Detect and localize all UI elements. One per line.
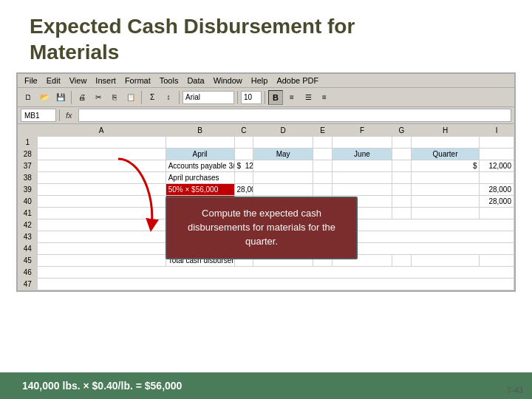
popup-annotation: Compute the expected cash disbursements … (166, 197, 358, 259)
table-row: 37 Accounts payable 3/31 $ 12,000 $ 12,0… (18, 160, 514, 172)
cell-37c[interactable]: $ 12,000 (234, 160, 253, 172)
cell-40a[interactable] (37, 196, 166, 208)
cell-28b-april[interactable]: April (166, 149, 234, 160)
cell-41h[interactable] (411, 208, 480, 219)
col-header-g[interactable]: G (392, 125, 412, 137)
toolbar-open[interactable]: 📂 (37, 90, 52, 105)
cell-37e[interactable] (313, 160, 332, 172)
cell-38f[interactable] (332, 172, 392, 184)
menu-format[interactable]: Format (121, 75, 154, 86)
cell-37i[interactable]: 12,000 (480, 160, 514, 172)
cell-28c[interactable] (234, 149, 253, 160)
cell-37b[interactable]: Accounts payable 3/31 (166, 160, 234, 172)
toolbar-paste[interactable]: 📋 (123, 90, 138, 105)
cell-39i[interactable]: 28,000 (480, 184, 514, 196)
cell-45g[interactable] (392, 255, 412, 267)
col-header-h[interactable]: H (411, 125, 480, 137)
toolbar-cut[interactable]: ✂ (91, 90, 106, 105)
cell-1d[interactable] (253, 137, 313, 149)
cell-reference-box[interactable] (21, 109, 56, 122)
menu-data[interactable]: Data (183, 75, 208, 86)
cell-38a[interactable] (37, 172, 166, 184)
sep3 (179, 91, 180, 104)
align-right-btn[interactable]: ≡ (317, 90, 332, 105)
cell-41a[interactable] (37, 208, 166, 219)
toolbar-sort[interactable]: ↕ (161, 90, 176, 105)
menu-window[interactable]: Window (210, 75, 246, 86)
font-size-input[interactable] (241, 91, 262, 104)
cell-1f[interactable] (332, 137, 392, 149)
cell-39g[interactable] (392, 184, 412, 196)
cell-38i[interactable] (480, 172, 514, 184)
menu-insert[interactable]: Insert (92, 75, 120, 86)
align-left-btn[interactable]: ≡ (284, 90, 299, 105)
cell-28i[interactable] (480, 149, 514, 160)
cell-28g[interactable] (392, 149, 412, 160)
excel-window: File Edit View Insert Format Tools Data … (16, 72, 516, 292)
cell-38g[interactable] (392, 172, 412, 184)
menu-adobepdf[interactable]: Adobe PDF (273, 75, 322, 86)
menu-tools[interactable]: Tools (156, 75, 183, 86)
cell-39b-highlight[interactable]: 50% × $56,000 (166, 184, 234, 196)
cell-41g[interactable] (392, 208, 412, 219)
cell-40g[interactable] (392, 196, 412, 208)
toolbar-print[interactable]: 🖨 (75, 90, 89, 105)
cell-38e[interactable] (313, 172, 332, 184)
col-header-row: A B C D E F G H I (18, 125, 514, 137)
col-header-c[interactable]: C (234, 125, 253, 137)
menu-file[interactable]: File (21, 75, 41, 86)
cell-28a[interactable] (37, 149, 166, 160)
col-header-b[interactable]: B (166, 125, 234, 137)
cell-1e[interactable] (313, 137, 332, 149)
cell-28d-may[interactable]: May (253, 149, 313, 160)
cell-1h[interactable] (411, 137, 480, 149)
cell-37f[interactable] (332, 160, 392, 172)
col-header-a[interactable]: A (37, 125, 166, 137)
cell-1g[interactable] (392, 137, 412, 149)
cell-38b[interactable]: April purchases (166, 172, 234, 184)
cell-38c[interactable] (234, 172, 253, 184)
cell-28h-quarter[interactable]: Quarter (411, 149, 480, 160)
col-header-e[interactable]: E (313, 125, 332, 137)
cell-1i[interactable] (480, 137, 514, 149)
cell-39a[interactable] (37, 184, 166, 196)
align-center-btn[interactable]: ☰ (301, 90, 316, 105)
cell-1b[interactable] (166, 137, 234, 149)
col-header-i[interactable]: I (480, 125, 514, 137)
toolbar-sigma[interactable]: Σ (145, 90, 160, 105)
toolbar-save[interactable]: 💾 (53, 90, 68, 105)
cell-39d[interactable] (253, 184, 313, 196)
cell-38d[interactable] (253, 172, 313, 184)
formula-input[interactable] (78, 109, 511, 122)
font-name-input[interactable] (183, 91, 234, 104)
cell-40i[interactable]: 28,000 (480, 196, 514, 208)
menu-view[interactable]: View (66, 75, 91, 86)
cell-1c[interactable] (234, 137, 253, 149)
cell-39h[interactable] (411, 184, 480, 196)
cell-39c[interactable]: 28,000 (234, 184, 253, 196)
cell-40h[interactable] (411, 196, 480, 208)
cell-45h[interactable] (411, 255, 480, 267)
cell-37h[interactable]: $ (411, 160, 480, 172)
menu-help[interactable]: Help (248, 75, 272, 86)
col-header-f[interactable]: F (332, 125, 392, 137)
cell-28f-june[interactable]: June (332, 149, 392, 160)
cell-38h[interactable] (411, 172, 480, 184)
cell-45i[interactable] (480, 255, 514, 267)
cell-28e[interactable] (313, 149, 332, 160)
cell-45a[interactable] (37, 255, 166, 267)
cell-39e[interactable] (313, 184, 332, 196)
col-header-d[interactable]: D (253, 125, 313, 137)
table-row: 38 April purchases (18, 172, 514, 184)
cell-37d[interactable] (253, 160, 313, 172)
bold-button[interactable]: B (268, 90, 283, 105)
cell-39f[interactable] (332, 184, 392, 196)
cell-37g[interactable] (392, 160, 412, 172)
sep4 (237, 91, 238, 104)
toolbar-new[interactable]: 🗋 (21, 90, 35, 105)
cell-1a[interactable] (37, 137, 166, 149)
toolbar-copy[interactable]: ⎘ (107, 90, 122, 105)
cell-37a[interactable] (37, 160, 166, 172)
cell-41i[interactable] (480, 208, 514, 219)
menu-edit[interactable]: Edit (43, 75, 64, 86)
